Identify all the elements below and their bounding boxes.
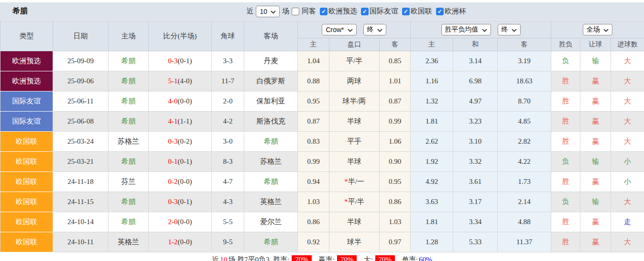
cell-result-goals: 大: [611, 192, 644, 212]
cell-corners: 8-3: [212, 152, 244, 172]
cell-date: 25-03-24: [53, 132, 109, 152]
col-header-date: 日期: [53, 21, 109, 51]
cell-home-team: 苏格兰: [109, 132, 149, 152]
cell-home-team: 希腊: [109, 192, 149, 212]
cell-result-wdl: 负: [551, 152, 580, 172]
odds-company-select[interactable]: Crow*: [322, 24, 356, 35]
cell-avg-away: 3.19: [498, 51, 551, 71]
cell-home-team: 希腊: [109, 71, 149, 91]
league-type-badge: 国际友谊: [0, 91, 53, 112]
league-type-badge: 欧国联: [0, 132, 53, 152]
cell-odds-home: 0.88: [298, 71, 329, 91]
cell-score: 5-1(4-0): [149, 71, 212, 91]
col-header-home: 主场: [109, 21, 149, 51]
table-row: 欧洲预选25-09-06希腊5-1(4-0)11-7白俄罗斯0.88两球1.01…: [0, 71, 644, 91]
cell-handicap: 半球: [329, 212, 380, 232]
filter-item-euro-qualifier: ✓ 欧洲预选: [320, 7, 357, 16]
scope-select[interactable]: 全场: [583, 24, 612, 35]
matches-label: 场: [282, 7, 289, 16]
cell-corners: 11-7: [212, 71, 244, 91]
cell-result-wdl: 胜: [551, 132, 580, 152]
cell-result-wdl: 负: [551, 51, 580, 71]
table-row: 欧国联24-11-18芬兰0-2(0-0)4-7希腊0.94*半/一0.954.…: [0, 172, 644, 192]
same-away-checkbox[interactable]: [292, 8, 299, 15]
cell-handicap: 半球: [329, 152, 380, 172]
subcol-result-handicap: 让球: [580, 38, 611, 51]
cell-home-team: 英格兰: [109, 232, 149, 252]
cell-result-handicap: 赢: [580, 212, 611, 232]
cell-result-goals: 大: [611, 51, 644, 71]
cell-result-handicap: 赢: [580, 132, 611, 152]
table-row: 国际友谊25-06-11希腊4-0(0-0)2-0保加利亚0.95球半/两0.8…: [0, 91, 644, 112]
cell-avg-away: 1.73: [498, 172, 551, 192]
summary-recent-prefix: 近: [212, 255, 219, 261]
cell-avg-draw: 4.97: [453, 91, 498, 112]
euro-qualifier-checkbox[interactable]: ✓: [320, 8, 327, 15]
chevron-down-icon: [512, 26, 517, 34]
team-header-bar: 希腊 近 10 场 同客 ✓ 欧洲预选 ✓ 国际友谊 ✓ 欧国联: [0, 2, 644, 21]
cell-odds-home: 0.86: [298, 212, 329, 232]
league-type-badge: 欧洲预选: [0, 51, 53, 71]
cell-avg-away: 11.37: [498, 232, 551, 252]
cell-date: 25-06-08: [53, 112, 109, 132]
filter-controls: 近 10 场 同客 ✓ 欧洲预选 ✓ 国际友谊 ✓ 欧国联 ✓ 欧洲杯: [246, 6, 466, 17]
avg-type-select[interactable]: 胜平负均值: [441, 24, 491, 35]
euro-cup-checkbox[interactable]: ✓: [436, 8, 444, 15]
nations-league-label: 欧国联: [411, 7, 432, 16]
cell-avg-away: 2.14: [498, 192, 551, 212]
cell-result-goals: 走: [611, 212, 644, 232]
subcol-result-wdl: 胜负: [551, 38, 580, 51]
handicap-rate-label: 赢率:: [318, 255, 335, 261]
cell-date: 25-06-11: [53, 91, 109, 112]
recent-count-select[interactable]: 10: [256, 6, 280, 17]
summary-bar: 近10场,胜7平0负3, 胜率: 70% 赢率: 70% 大: 70% 单率: …: [0, 252, 644, 261]
cell-avg-home: 4.92: [411, 172, 453, 192]
cell-avg-home: 3.63: [411, 192, 453, 212]
cell-avg-draw: 3.14: [453, 51, 498, 71]
chevron-down-icon: [348, 26, 353, 34]
cell-odds-home: 1.04: [298, 51, 329, 71]
cell-corners: 4-7: [212, 172, 244, 192]
cell-avg-draw: 3.32: [453, 152, 498, 172]
cell-corners: 5-5: [212, 212, 244, 232]
avg-type-value: 胜平负均值: [445, 25, 479, 34]
recent-count-value: 10: [260, 8, 267, 15]
avg-time-select[interactable]: 终: [498, 24, 521, 35]
cell-odds-away: 0.97: [380, 232, 411, 252]
cell-odds-away: 0.86: [380, 192, 411, 212]
odds-time-select[interactable]: 终: [363, 24, 386, 35]
cell-score: 0-2(0-0): [149, 172, 212, 192]
league-type-badge: 国际友谊: [0, 112, 53, 132]
cell-score: 2-0(0-0): [149, 212, 212, 232]
cell-corners: 2-0: [212, 91, 244, 112]
league-type-badge: 欧洲预选: [0, 71, 53, 91]
odds-time-value: 终: [367, 25, 374, 34]
nations-league-checkbox[interactable]: ✓: [402, 8, 410, 15]
subcol-avg-home: 主: [411, 38, 453, 51]
euro-cup-label: 欧洲杯: [445, 7, 466, 16]
cell-avg-draw: 3.23: [453, 112, 498, 132]
cell-away-team: 丹麦: [244, 51, 298, 71]
cell-result-handicap: 赢: [580, 91, 611, 112]
cell-avg-draw: 5.33: [453, 232, 498, 252]
col-header-type: 类型: [0, 21, 53, 51]
cell-avg-draw: 3.10: [453, 132, 498, 152]
cell-avg-away: 2.82: [498, 132, 551, 152]
col-header-score: 比分(半场): [149, 21, 212, 51]
friendly-checkbox[interactable]: ✓: [361, 8, 369, 15]
cell-result-handicap: 输: [580, 51, 611, 71]
table-row: 欧国联24-11-15希腊0-3(0-1)4-3英格兰1.03*平/半0.863…: [0, 192, 644, 212]
result-group-header: 全场: [551, 21, 644, 38]
chevron-down-icon: [482, 26, 487, 34]
euro-qualifier-label: 欧洲预选: [328, 7, 357, 16]
cell-date: 24-10-14: [53, 212, 109, 232]
league-type-badge: 欧国联: [0, 232, 53, 252]
cell-result-handicap: 赢: [580, 71, 611, 91]
cell-avg-away: 18.63: [498, 71, 551, 91]
cell-odds-away: 1.06: [380, 132, 411, 152]
cell-odds-home: 0.94: [298, 172, 329, 192]
scope-value: 全场: [587, 25, 600, 34]
cell-result-handicap: 输: [580, 192, 611, 212]
chevron-down-icon: [377, 26, 382, 34]
cell-away-team: 白俄罗斯: [244, 71, 298, 91]
